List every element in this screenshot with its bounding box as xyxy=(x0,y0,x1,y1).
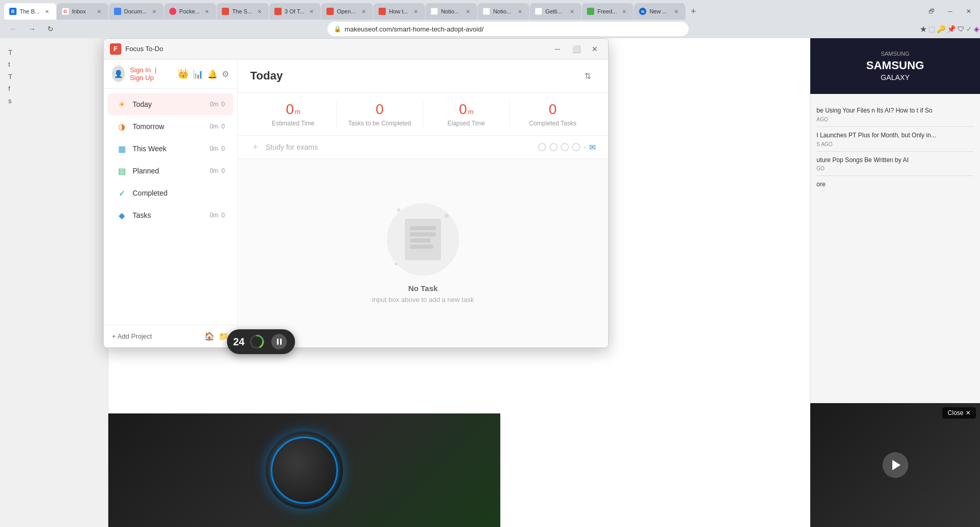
task-expand-icon[interactable]: › xyxy=(583,143,586,151)
tab-close-getting[interactable]: ✕ xyxy=(568,7,576,15)
tab-close-thes[interactable]: ✕ xyxy=(255,7,264,15)
tab-close-docs[interactable]: ✕ xyxy=(150,7,158,15)
new-tab-button[interactable]: + xyxy=(686,4,700,19)
minimize-btn[interactable]: ─ xyxy=(550,42,565,56)
add-project-button[interactable]: + Add Project xyxy=(112,332,200,340)
dot-2 xyxy=(445,214,449,218)
stat-completed-tasks: 0 Completed Tasks xyxy=(510,101,596,127)
empty-state-title: No Task xyxy=(408,284,437,293)
footer-icon-home[interactable]: 🏠 xyxy=(204,331,215,341)
forward-button[interactable]: → xyxy=(25,22,39,36)
url-text: makeuseof.com/smart-home-tech-adopt-avoi… xyxy=(345,25,484,33)
tab-getting[interactable]: Getti... ✕ xyxy=(530,3,581,20)
priority-circle-1[interactable] xyxy=(538,143,546,151)
sort-button[interactable]: ⇅ xyxy=(579,68,596,84)
nav-item-today[interactable]: ☀ Today 0m 0 xyxy=(108,93,233,115)
tab-close-how[interactable]: ✕ xyxy=(412,7,420,15)
tab-close-open[interactable]: ✕ xyxy=(360,7,368,15)
task-mail-icon[interactable]: ✉ xyxy=(589,142,596,152)
doc-line-4 xyxy=(410,245,433,249)
tab-3oft[interactable]: 3 Of T... ✕ xyxy=(269,3,321,20)
maximize-btn[interactable]: ⬜ xyxy=(569,42,583,56)
add-task-icon[interactable]: + xyxy=(250,142,260,152)
app-sidebar: 👤 Sign In | Sign Up 👑 📊 🔔 ⚙ xyxy=(104,59,238,347)
stat-label-elapsed: Elapsed Time xyxy=(423,120,510,127)
priority-circle-3[interactable] xyxy=(561,143,569,151)
nav-item-thisweek[interactable]: ▦ This Week 0m 0 xyxy=(108,138,233,159)
video-play-button[interactable] xyxy=(883,452,908,478)
tab-how[interactable]: How t... ✕ xyxy=(373,3,425,20)
reload-button[interactable]: ↻ xyxy=(43,22,58,36)
tab-close-inbox[interactable]: ✕ xyxy=(95,7,103,15)
tab-title-getting: Getti... xyxy=(545,8,565,14)
stat-estimated-time: 0 m Estimated Time xyxy=(250,101,337,127)
tab-favicon-inbox: G xyxy=(62,8,69,15)
sign-up-link[interactable]: Sign Up xyxy=(130,74,154,82)
priority-circle-4[interactable] xyxy=(572,143,580,151)
tab-notion2[interactable]: Notio... ✕ xyxy=(478,3,529,20)
extensions-area: ★ ⬚ 🔑 📌 🛡 ✓ ◈ 24 ⊞ ⬚ ⊙ xyxy=(962,23,974,35)
tab-close-notion2[interactable]: ✕ xyxy=(516,7,524,15)
back-button[interactable]: ← xyxy=(6,22,21,36)
close-window-btn[interactable]: ✕ xyxy=(961,4,976,19)
tab-close-pocket[interactable]: ✕ xyxy=(203,7,211,15)
nav-label-thisweek: This Week xyxy=(133,145,210,153)
play-icon xyxy=(892,460,901,470)
tab-freed[interactable]: Freed... ✕ xyxy=(582,3,633,20)
tab-favicon-getting xyxy=(535,8,542,15)
tab-pocket[interactable]: Pocke... ✕ xyxy=(164,3,217,20)
close-btn[interactable]: ✕ xyxy=(587,42,602,56)
stat-unit-elapsed: m xyxy=(468,108,473,118)
priority-circle-2[interactable] xyxy=(549,143,558,151)
tab-close-newt[interactable]: ✕ xyxy=(672,7,680,15)
nav-item-planned[interactable]: ▤ Planned 0m 0 xyxy=(108,160,233,182)
tab-close-3oft[interactable]: ✕ xyxy=(307,7,316,15)
ext-icon-1[interactable]: ⬚ xyxy=(928,25,935,33)
restore-window-btn[interactable]: 🗗 xyxy=(924,4,939,19)
tab-close-notion1[interactable]: ✕ xyxy=(464,7,472,15)
nav-label-planned: Planned xyxy=(133,167,210,175)
chart-icon[interactable]: 📊 xyxy=(193,69,203,79)
ext-icon-2[interactable]: 🔑 xyxy=(937,25,945,33)
tab-close-freed[interactable]: ✕ xyxy=(620,7,628,15)
crown-icon[interactable]: 👑 xyxy=(177,68,189,79)
ext-icon-3[interactable]: 📌 xyxy=(947,25,956,33)
news-time-1: AGO xyxy=(816,117,974,122)
news-item-2: I Launches PT Plus for Month, but Only i… xyxy=(816,127,974,152)
url-bar[interactable]: 🔒 makeuseof.com/smart-home-tech-adopt-av… xyxy=(328,22,689,36)
tab-open[interactable]: Open... ✕ xyxy=(321,3,373,20)
empty-illustration xyxy=(387,203,459,276)
sign-in-link[interactable]: Sign In xyxy=(130,66,151,74)
settings-icon[interactable]: ⚙ xyxy=(222,69,229,79)
pause-bar-left xyxy=(277,339,279,345)
minimize-window-btn[interactable]: ─ xyxy=(943,4,957,19)
main-panel: Today ⇅ 0 m Estimated Time xyxy=(238,59,608,347)
pause-icon xyxy=(277,339,282,345)
tab-docs[interactable]: Docum... ✕ xyxy=(109,3,164,20)
close-video-button[interactable]: Close ✕ xyxy=(942,407,976,419)
timer-pause-button[interactable] xyxy=(271,334,287,349)
tab-notion1[interactable]: Notio... ✕ xyxy=(426,3,477,20)
task-input-row[interactable]: + Study for exams › ✉ xyxy=(238,136,608,159)
stat-value-tasks: 0 xyxy=(337,101,423,118)
add-project-label: + Add Project xyxy=(112,332,152,340)
app-icon-symbol: F xyxy=(113,45,118,53)
nav-label-tasks: Tasks xyxy=(133,211,210,219)
samsung-ad-title: SAMSUNG xyxy=(823,59,968,72)
nav-item-completed[interactable]: ✓ Completed xyxy=(108,182,233,204)
tab-inbox[interactable]: G Inbox ✕ xyxy=(57,3,108,20)
nav-item-tasks[interactable]: ◆ Tasks 0m 0 xyxy=(108,204,233,226)
tab-title-notion2: Notio... xyxy=(493,8,513,14)
tab-close-theb[interactable]: ✕ xyxy=(43,7,51,15)
tab-newt[interactable]: N New ... ✕ xyxy=(634,3,685,20)
tab-thes[interactable]: The S... ✕ xyxy=(217,3,269,20)
news-item-4: ore xyxy=(816,176,974,193)
tab-theb[interactable]: B The B... ✕ xyxy=(4,3,56,20)
bell-icon[interactable]: 🔔 xyxy=(207,69,218,79)
ext-icon-6[interactable]: ◈ xyxy=(974,25,979,33)
ext-icon-4[interactable]: 🛡 xyxy=(957,25,965,33)
bookmark-icon[interactable]: ★ xyxy=(920,24,927,34)
nav-item-tomorrow[interactable]: ◑ Tomorrow 0m 0 xyxy=(108,116,233,137)
auth-links[interactable]: Sign In | Sign Up xyxy=(130,66,172,82)
ext-icon-5[interactable]: ✓ xyxy=(966,25,972,33)
